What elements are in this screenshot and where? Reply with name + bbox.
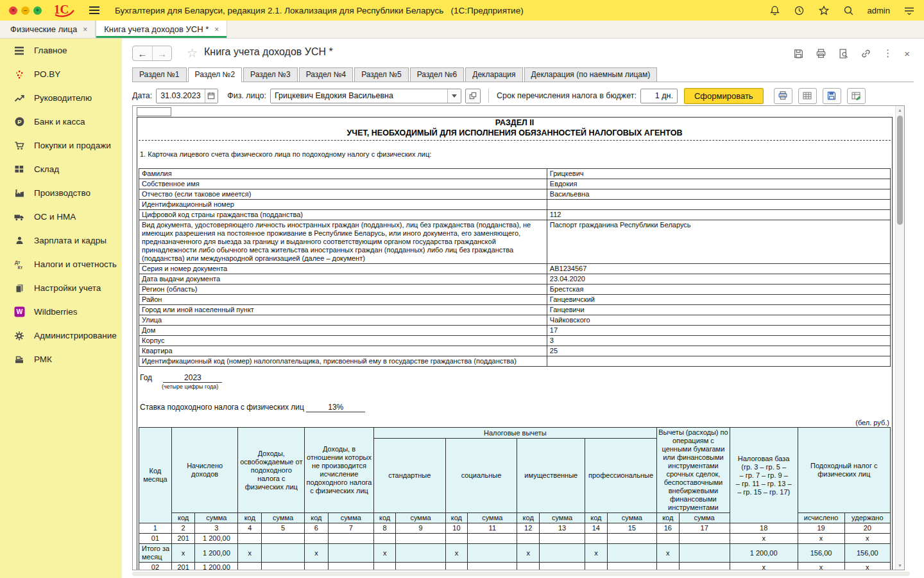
main-area: ← → ☆ Книга учета доходов УСН * <box>122 39 924 578</box>
forward-button[interactable]: → <box>152 46 171 60</box>
favorites-star-icon[interactable] <box>818 5 830 16</box>
column-number: 8 <box>373 523 396 534</box>
favorite-star-icon[interactable]: ☆ <box>187 46 198 60</box>
term-label: Срок перечисления налога в бюджет: <box>497 91 637 100</box>
svg-text:P: P <box>17 118 22 125</box>
print-report-button[interactable] <box>774 88 792 104</box>
sidebar-item-main[interactable]: Главное <box>0 39 122 62</box>
sidebar-item-wildberries[interactable]: W Wildberries <box>0 300 122 324</box>
sidebar-item-warehouse[interactable]: Склад <box>0 157 122 181</box>
person-field-row: Отчество (если таковое имеется)Васильевн… <box>139 189 891 200</box>
window-maximize-icon[interactable]: + <box>33 6 42 15</box>
tab-close-icon[interactable]: × <box>214 25 219 34</box>
scrollbar-thumb[interactable] <box>897 116 903 225</box>
sidebar: Главное PO.BY Руководителю P Банк и касс… <box>0 39 122 578</box>
close-page-icon[interactable]: × <box>904 48 910 59</box>
print-icon[interactable] <box>816 48 826 59</box>
search-icon[interactable] <box>843 5 854 16</box>
tab-kniga-ucheta-dohodov[interactable]: Книга учета доходов УСН * × <box>96 21 227 38</box>
person-combobox[interactable]: Грицкевич Евдокия Васильевна <box>270 89 461 103</box>
generate-button[interactable]: Сформировать <box>684 88 764 104</box>
sub-sum: сумма <box>328 513 373 523</box>
table-row: 022011 200,00xxx <box>139 563 891 570</box>
tab-razdel-6[interactable]: Раздел №6 <box>410 67 465 82</box>
sidebar-item-taxes-reports[interactable]: Дт Кт Налоги и отчетность <box>0 252 122 276</box>
sidebar-item-manager[interactable]: Руководителю <box>0 86 122 110</box>
tab-razdel-4[interactable]: Раздел №4 <box>299 67 354 82</box>
tab-declaration[interactable]: Декларация <box>465 67 522 82</box>
date-input[interactable]: 31.03.2023 <box>156 89 218 103</box>
table-cell <box>607 544 656 563</box>
window-close-icon[interactable]: × <box>9 6 17 15</box>
tab-close-icon[interactable]: × <box>83 25 87 34</box>
tab-declaration-hired[interactable]: Декларация (по наемным лицам) <box>524 67 658 82</box>
field-value: 25 <box>547 346 890 356</box>
table-cell <box>468 534 517 544</box>
history-icon[interactable] <box>794 5 805 16</box>
column-number: 3 <box>195 523 238 534</box>
link-icon[interactable] <box>860 48 871 59</box>
sidebar-item-fixed-assets[interactable]: ОС и НМА <box>0 205 122 229</box>
main-menu-icon[interactable] <box>89 6 99 14</box>
sidebar-item-bank-cash[interactable]: P Банк и касса <box>0 110 122 134</box>
sidebar-item-purchases-sales[interactable]: Покупки и продажи <box>0 134 122 157</box>
tab-razdel-2[interactable]: Раздел №2 <box>188 67 243 82</box>
field-value: Грицкевич <box>547 169 890 179</box>
page-actions: ⋮ × <box>793 48 910 59</box>
dropdown-caret-icon[interactable] <box>447 89 461 103</box>
table-cell <box>656 534 679 544</box>
vertical-scrollbar[interactable]: ▲ ▼ <box>895 106 904 570</box>
table-cell <box>396 534 445 544</box>
term-input[interactable]: 1 дн. <box>640 89 678 103</box>
tab-fizicheskie-lica[interactable]: Физические лица × <box>3 21 96 38</box>
table-cell <box>539 544 585 563</box>
menu-bars-icon <box>13 45 26 57</box>
column-number: 19 <box>798 523 844 534</box>
sub-code: код <box>238 513 262 523</box>
horizontal-scrollbar[interactable] <box>132 572 910 576</box>
back-button[interactable]: ← <box>133 46 152 60</box>
sidebar-item-production[interactable]: Производство <box>0 181 122 205</box>
notifications-bell-icon[interactable] <box>769 5 780 16</box>
table-cell: x <box>798 563 844 570</box>
calendar-icon[interactable] <box>205 89 218 103</box>
table-cell: x <box>373 544 396 563</box>
sub-code: код <box>585 513 608 523</box>
sub-withheld: удержано <box>844 513 890 523</box>
person-field-row: Вид документа, удостоверяющего личность … <box>139 220 891 264</box>
more-menu-icon[interactable]: ⋮ <box>883 48 893 59</box>
sidebar-item-administration[interactable]: Администрирование <box>0 324 122 347</box>
table-cell: x <box>730 534 798 544</box>
field-label: Регион (область) <box>139 285 547 295</box>
sidebar-item-accounting-settings[interactable]: Настройки учета <box>0 276 122 300</box>
column-number: 6 <box>305 523 329 534</box>
table-cell <box>238 563 262 570</box>
tab-razdel-3[interactable]: Раздел №3 <box>243 67 298 82</box>
table-cell <box>262 563 305 570</box>
window-minimize-icon[interactable]: – <box>21 6 30 15</box>
sidebar-item-poby[interactable]: PO.BY <box>0 62 122 86</box>
table-cell: x <box>585 544 608 563</box>
save-icon[interactable] <box>793 48 804 59</box>
trend-arrow-icon <box>13 92 26 104</box>
cell-cursor[interactable] <box>137 107 171 116</box>
table-settings-button[interactable] <box>798 88 817 104</box>
scroll-up-icon[interactable]: ▲ <box>896 108 904 112</box>
report-body[interactable]: РАЗДЕЛ II УЧЕТ, НЕОБХОДИМЫЙ ДЛЯ ИСПОЛНЕН… <box>133 106 895 570</box>
person-open-button[interactable] <box>465 89 481 103</box>
tab-razdel-1[interactable]: Раздел №1 <box>132 67 187 82</box>
edit-table-button[interactable] <box>847 88 866 104</box>
save-report-button[interactable] <box>823 88 841 104</box>
field-label: Идентификационный код (номер) налогоплат… <box>139 356 547 367</box>
tab-label: Физические лица <box>10 24 77 34</box>
scroll-down-icon[interactable]: ▼ <box>896 563 904 568</box>
field-value <box>547 356 890 367</box>
sidebar-item-salary-hr[interactable]: Зарплата и кадры <box>0 229 122 252</box>
table-cell <box>328 544 373 563</box>
tab-razdel-5[interactable]: Раздел №5 <box>354 67 409 82</box>
sub-sum: сумма <box>607 513 656 523</box>
preview-icon[interactable] <box>838 48 849 59</box>
user-name[interactable]: admin <box>868 6 890 15</box>
service-menu-icon[interactable] <box>903 6 915 15</box>
sidebar-item-rmk[interactable]: РМК <box>0 347 122 371</box>
